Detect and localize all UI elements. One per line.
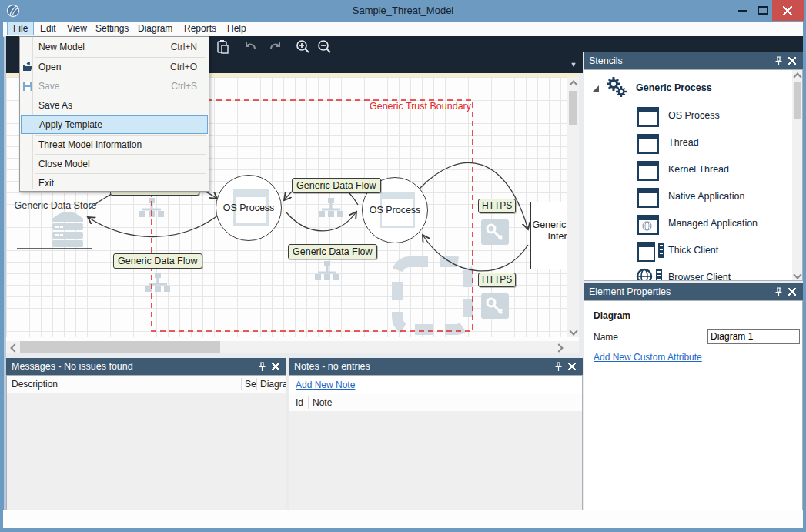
column-divider[interactable] <box>241 378 242 390</box>
column-diagram[interactable]: Diagram <box>260 379 286 390</box>
window-tower-icon <box>637 242 655 262</box>
os-process-node[interactable]: OS Process <box>216 175 282 241</box>
copy-icon[interactable] <box>216 39 231 55</box>
zoom-out-icon[interactable] <box>317 39 333 55</box>
panel-title: Element Properties <box>589 283 671 300</box>
element-properties-panel: Diagram Name Add New Custom Attribute <box>584 300 803 510</box>
canvas-vertical-scrollbar[interactable] <box>567 77 579 337</box>
menu-item-new-model[interactable]: New Model Ctrl+N <box>21 38 206 56</box>
stencil-item-browser-client[interactable]: Browser Client <box>585 265 791 281</box>
stencils-panel: Generic Process OS Process Thread Kernel… <box>584 69 803 281</box>
zoom-in-icon[interactable] <box>296 39 311 55</box>
data-flow-label[interactable]: Generic Data Flow <box>292 178 381 193</box>
undo-icon[interactable] <box>243 39 259 55</box>
menu-item-save[interactable]: Save Ctrl+S <box>21 77 206 95</box>
scrollbar-thumb[interactable] <box>569 91 577 125</box>
stencils-scrollbar[interactable] <box>792 70 803 280</box>
close-icon[interactable] <box>271 362 280 371</box>
column-note[interactable]: Note <box>313 397 332 408</box>
stencil-item-native-application[interactable]: Native Application <box>585 184 791 211</box>
external-interactor-node[interactable]: Generic External Interactor <box>530 202 567 269</box>
scrollbar-thumb[interactable] <box>20 341 220 353</box>
data-flow-label[interactable]: Generic Data Flow <box>288 244 377 259</box>
stencil-group-label: Generic Process <box>636 82 712 93</box>
file-menu-dropdown: New Model Ctrl+N Open Ctrl+O Save Ctrl+S… <box>19 36 209 192</box>
messages-panel: Description Se Diagram <box>6 375 286 510</box>
column-severity[interactable]: Se <box>245 379 256 390</box>
node-label: Generic External Interactor <box>531 219 567 243</box>
menu-bar: File Edit View Settings Diagram Reports … <box>3 22 803 37</box>
menu-reports[interactable]: Reports <box>179 22 222 35</box>
pin-icon[interactable] <box>554 362 563 372</box>
scrollbar-corner <box>567 341 579 353</box>
data-store-node[interactable]: Generic Data Store <box>14 200 97 212</box>
close-icon[interactable] <box>788 287 797 296</box>
status-strip <box>3 510 803 528</box>
stencil-item-kernel-thread[interactable]: Kernel Thread <box>585 157 791 184</box>
trust-boundary-label[interactable]: Generic Trust Boundary <box>329 101 471 112</box>
menu-edit[interactable]: Edit <box>35 22 62 35</box>
scroll-down-icon[interactable] <box>793 270 801 279</box>
window-icon <box>637 161 659 181</box>
close-button[interactable] <box>772 0 804 21</box>
diagram-name-input[interactable] <box>707 329 800 344</box>
menu-file[interactable]: File <box>7 22 34 35</box>
globe-window-icon <box>637 215 659 235</box>
menu-item-close-model[interactable]: Close Model <box>21 155 206 173</box>
menu-item-open[interactable]: Open Ctrl+O <box>21 58 206 76</box>
stencil-group-generic-process[interactable]: Generic Process <box>585 74 791 100</box>
window-border <box>0 528 806 532</box>
toolbar-overflow-icon[interactable]: ▼ <box>568 60 579 69</box>
stencil-item-managed-application[interactable]: Managed Application <box>585 211 791 238</box>
node-label: OS Process <box>223 202 275 213</box>
maximize-button[interactable] <box>753 0 771 21</box>
add-custom-attribute-link[interactable]: Add New Custom Attribute <box>594 352 702 363</box>
data-flow-label[interactable]: Generic Data Flow <box>113 253 202 269</box>
stencil-item-thick-client[interactable]: Thick Client <box>585 238 791 265</box>
properties-section-title: Diagram <box>594 310 630 321</box>
scroll-right-icon[interactable] <box>554 343 563 352</box>
menu-item-threat-model-information[interactable]: Threat Model Information <box>21 136 206 154</box>
scroll-down-icon[interactable] <box>569 326 577 335</box>
pin-icon[interactable] <box>774 56 783 66</box>
menu-item-save-as[interactable]: Save As <box>21 96 206 115</box>
globe-tower-icon <box>636 268 653 281</box>
menu-item-apply-template[interactable]: Apply Template <box>21 115 208 134</box>
expander-icon[interactable] <box>593 85 599 92</box>
https-flow-label[interactable]: HTTPS <box>478 199 516 213</box>
column-id[interactable]: Id <box>296 397 303 408</box>
notes-list-empty <box>289 411 582 510</box>
menu-item-exit[interactable]: Exit <box>21 174 206 192</box>
menu-diagram[interactable]: Diagram <box>132 22 178 35</box>
add-new-note-link[interactable]: Add New Note <box>296 380 355 390</box>
app-window: Sample_Threat_Model File Edit View Setti… <box>0 0 806 532</box>
menu-settings[interactable]: Settings <box>90 22 134 35</box>
menu-help[interactable]: Help <box>222 22 252 35</box>
scroll-up-icon[interactable] <box>793 72 801 81</box>
column-divider[interactable] <box>256 378 257 390</box>
node-label: OS Process <box>370 205 421 216</box>
stencil-item-thread[interactable]: Thread <box>585 130 791 157</box>
window-title: Sample_Threat_Model <box>0 0 806 22</box>
minimize-button[interactable] <box>734 0 752 21</box>
panel-title: Messages - No issues found <box>12 358 133 375</box>
column-description[interactable]: Description <box>12 379 58 390</box>
pin-icon[interactable] <box>258 362 266 372</box>
menu-view[interactable]: View <box>62 22 92 35</box>
pin-icon[interactable] <box>774 287 783 297</box>
redo-icon[interactable] <box>267 39 283 55</box>
scroll-left-icon[interactable] <box>10 343 18 352</box>
canvas-horizontal-scrollbar[interactable] <box>6 341 567 353</box>
panel-title: Stencils <box>589 52 623 69</box>
tower-icon <box>656 269 662 281</box>
scroll-up-icon[interactable] <box>569 80 577 89</box>
stencil-item-os-process[interactable]: OS Process <box>585 103 791 130</box>
scrollbar-thumb[interactable] <box>794 82 801 119</box>
close-icon[interactable] <box>788 56 797 65</box>
column-divider[interactable] <box>308 396 309 409</box>
notes-panel-header: Notes - no entries <box>289 358 583 375</box>
close-icon[interactable] <box>567 362 577 371</box>
window-icon <box>637 107 659 127</box>
name-label: Name <box>594 332 618 343</box>
https-flow-label[interactable]: HTTPS <box>478 273 516 287</box>
